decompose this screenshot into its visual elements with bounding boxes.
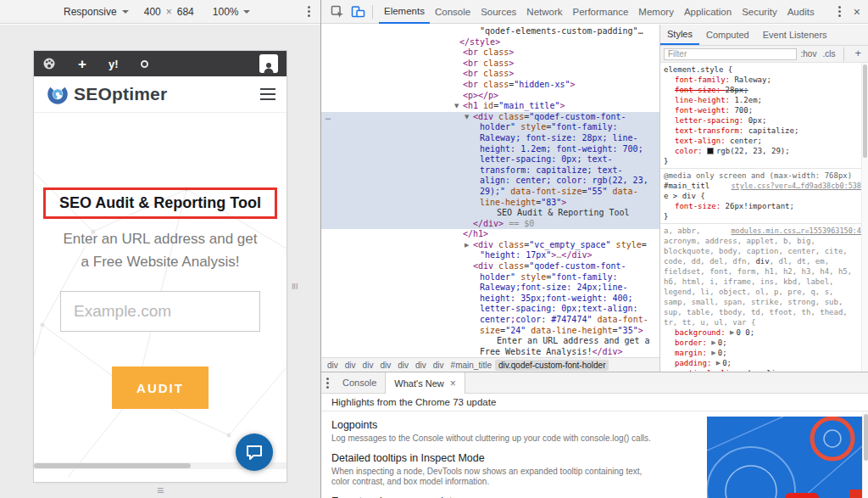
breadcrumb-item[interactable]: div bbox=[324, 360, 342, 371]
css-property[interactable]: color: rgb(22, 23, 29); bbox=[664, 146, 861, 156]
chat-bubble-button[interactable] bbox=[236, 434, 273, 471]
dom-tree-row[interactable]: transform: capitalize; text- bbox=[321, 165, 659, 176]
dom-tree-row[interactable]: align: center; color: rgb(22, 23, bbox=[321, 176, 659, 187]
dom-tree-row[interactable]: <p></p> bbox=[321, 91, 659, 102]
dom-tree-row[interactable]: height: 35px;font-weight: 400; bbox=[321, 294, 659, 305]
expand-arrow-icon[interactable]: ▶ bbox=[730, 329, 734, 336]
dom-tree-row[interactable]: <br class> bbox=[321, 48, 659, 59]
dom-tree-row[interactable]: line-height="83"> bbox=[321, 198, 659, 209]
breadcrumb-item[interactable]: div bbox=[376, 360, 394, 371]
tab-styles[interactable]: Styles bbox=[660, 25, 699, 45]
device-resize-handle-right[interactable]: ≡ bbox=[288, 283, 302, 289]
dom-tree-row[interactable]: Enter an URL address and get a bbox=[321, 336, 659, 347]
expand-arrow-icon[interactable]: ▶ bbox=[465, 240, 473, 251]
tab-computed[interactable]: Computed bbox=[699, 25, 756, 45]
device-mode-toggle-button[interactable] bbox=[348, 2, 368, 22]
css-property[interactable]: text-align: center; bbox=[664, 136, 861, 146]
stylesheet-link[interactable]: style.css?ver=4…fd9ad38cb0:538 bbox=[731, 181, 861, 191]
css-property[interactable]: font-weight: 700; bbox=[664, 105, 861, 115]
tab-elements[interactable]: Elements bbox=[379, 0, 430, 24]
element-classes-button[interactable]: .cls bbox=[821, 49, 837, 59]
dom-tree-row[interactable]: </h1> bbox=[321, 229, 659, 240]
tab-event-listeners[interactable]: Event Listeners bbox=[756, 25, 834, 45]
tab-performance[interactable]: Performance bbox=[568, 0, 634, 24]
styles-filter-input[interactable] bbox=[664, 48, 797, 60]
profile-avatar-icon[interactable] bbox=[259, 54, 278, 73]
dom-tree-row[interactable]: SEO Audit & Reporting Tool bbox=[321, 208, 659, 219]
tab-application[interactable]: Application bbox=[679, 0, 737, 24]
expand-arrow-icon[interactable]: ▶ bbox=[711, 339, 715, 346]
palette-icon[interactable] bbox=[42, 57, 56, 70]
dom-tree-row[interactable]: <br class> bbox=[321, 69, 659, 80]
dom-tree-row[interactable]: "height: 17px">…</div> bbox=[321, 250, 659, 261]
dom-tree-row[interactable]: center;color: #747474" data-font- bbox=[321, 315, 659, 326]
styles-scrollbar[interactable] bbox=[861, 63, 868, 372]
drawer-menu-button[interactable] bbox=[321, 374, 334, 392]
hamburger-menu-button[interactable] bbox=[260, 88, 275, 101]
css-property[interactable]: letter-spacing: 0px; bbox=[664, 115, 861, 126]
tab-console[interactable]: Console bbox=[430, 0, 476, 24]
tab-audits[interactable]: Audits bbox=[782, 0, 820, 24]
dot-icon[interactable] bbox=[141, 60, 148, 68]
scrollbar-thumb[interactable] bbox=[864, 414, 868, 461]
devtools-more-button[interactable] bbox=[833, 3, 846, 20]
new-style-rule-button[interactable]: + bbox=[851, 48, 865, 60]
url-input[interactable] bbox=[60, 291, 260, 332]
breadcrumb-item[interactable]: #main_title bbox=[448, 360, 495, 371]
breadcrumb-item[interactable]: div bbox=[394, 360, 412, 371]
breadcrumb-item[interactable]: div bbox=[412, 360, 430, 371]
close-tab-icon[interactable]: × bbox=[450, 378, 456, 389]
dom-tree-row[interactable]: <br class> bbox=[321, 59, 659, 70]
dom-tree-row[interactable]: …▼<div class="qodef-custom-font- bbox=[321, 112, 659, 123]
expand-arrow-icon[interactable]: ▼ bbox=[465, 112, 473, 123]
dom-tree-row[interactable]: holder" style="font-family: bbox=[321, 272, 659, 283]
css-property[interactable]: font-size: 28px; bbox=[664, 85, 861, 95]
breadcrumb-item[interactable]: div bbox=[430, 360, 448, 371]
dom-tree-row[interactable]: height: 1.2em; font-weight: 700; bbox=[321, 144, 659, 155]
pseudo-class-toggle-button[interactable]: :hov bbox=[799, 49, 819, 59]
dom-tree-row[interactable]: </style> bbox=[321, 37, 659, 48]
yahoo-icon[interactable]: y! bbox=[108, 58, 119, 70]
expand-arrow-icon[interactable]: ▶ bbox=[716, 360, 721, 367]
css-property[interactable]: line-height: 1.2em; bbox=[664, 95, 861, 105]
drawer-scrollbar[interactable] bbox=[862, 411, 868, 498]
tab-console-drawer[interactable]: Console bbox=[334, 372, 385, 393]
plus-icon[interactable]: + bbox=[78, 57, 86, 71]
breadcrumb-item[interactable]: div bbox=[342, 360, 359, 371]
overflow-marker[interactable]: … bbox=[326, 112, 331, 123]
tab-network[interactable]: Network bbox=[521, 0, 567, 24]
breadcrumb-item[interactable]: div.qodef-custom-font-holder bbox=[495, 360, 609, 371]
scrollbar-thumb[interactable] bbox=[34, 463, 191, 468]
css-property[interactable]: text-transform: capitalize; bbox=[664, 126, 861, 136]
dom-tree-row[interactable]: letter-spacing: 0px; text- bbox=[321, 154, 659, 165]
tab-sources[interactable]: Sources bbox=[476, 0, 521, 24]
tab-whats-new[interactable]: What's New × bbox=[385, 372, 465, 394]
scrollbar-thumb[interactable] bbox=[863, 64, 867, 158]
dom-tree-row[interactable]: </div> == $0 bbox=[321, 219, 659, 230]
tab-security[interactable]: Security bbox=[737, 0, 782, 24]
dom-tree-row[interactable]: ▶<div class="vc_empty_space" style= bbox=[321, 240, 659, 251]
dom-tree-row[interactable]: ▼<h1 id="main_title"> bbox=[321, 101, 659, 112]
breadcrumb-item[interactable]: div bbox=[359, 360, 377, 371]
site-logo[interactable]: SEOptimer bbox=[47, 83, 167, 105]
color-swatch[interactable] bbox=[707, 148, 714, 154]
zoom-select[interactable]: 100% bbox=[213, 6, 251, 18]
css-property[interactable]: font-size: 26px!important; bbox=[664, 201, 861, 211]
inspect-element-button[interactable] bbox=[327, 2, 348, 22]
css-property[interactable]: border: ▶0; bbox=[664, 338, 861, 348]
css-property[interactable]: background: ▶0 0; bbox=[664, 327, 861, 338]
dom-tree-row[interactable]: Raleway;font-size: 24px;line- bbox=[321, 283, 659, 294]
css-property[interactable]: margin: ▶0; bbox=[664, 348, 861, 358]
tab-memory[interactable]: Memory bbox=[633, 0, 679, 24]
css-property[interactable]: font-family: Raleway; bbox=[664, 75, 861, 85]
dom-tree-row[interactable]: Raleway; font-size: 28px; line- bbox=[321, 133, 659, 144]
devtools-close-button[interactable]: × bbox=[846, 5, 868, 19]
dom-tree-row[interactable]: holder" style="font-family: bbox=[321, 122, 659, 133]
audit-button[interactable]: AUDIT bbox=[112, 367, 209, 409]
dom-tree-row[interactable]: size="24" data-line-height="35"> bbox=[321, 326, 659, 337]
device-toolbar-more-button[interactable] bbox=[303, 3, 315, 20]
play-button-icon[interactable] bbox=[785, 493, 819, 498]
stylesheet-link[interactable]: modules.min.css…r=1553963150:4 bbox=[731, 226, 861, 236]
expand-arrow-icon[interactable]: ▶ bbox=[711, 350, 715, 356]
dom-tree-row[interactable]: Free Website Analysis!</div> bbox=[321, 347, 659, 357]
